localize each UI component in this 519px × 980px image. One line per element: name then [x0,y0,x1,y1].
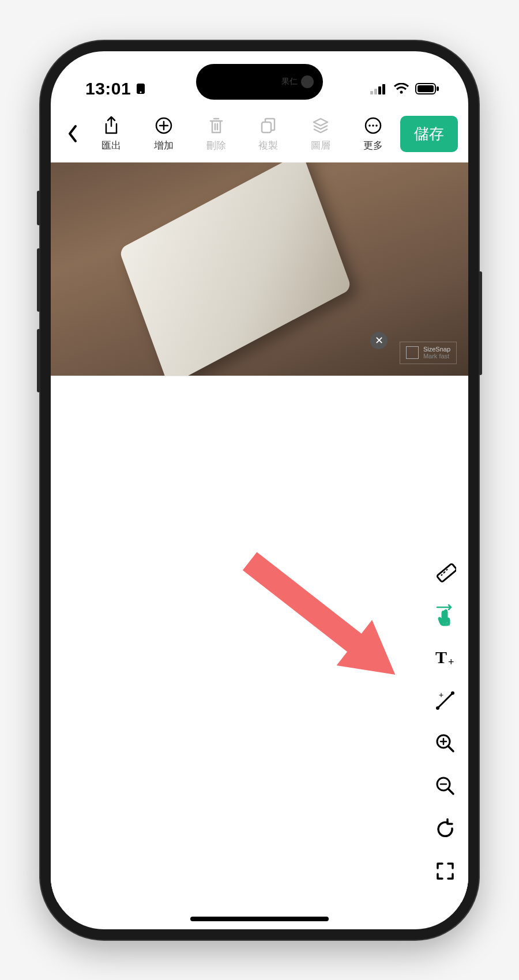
status-time: 13:01 [85,79,146,99]
line-tool[interactable]: + [432,688,458,713]
layers-button[interactable]: 圖層 [296,116,346,152]
side-toolbar: ON T+ + [432,560,458,884]
home-indicator[interactable] [190,917,329,921]
save-button[interactable]: 儲存 [400,116,458,152]
svg-point-15 [375,124,378,127]
photo-preview[interactable]: ✕ SizeSnap Mark fast [51,162,468,376]
zoom-in-icon [435,733,456,754]
svg-point-1 [140,91,142,93]
copy-icon [260,116,277,135]
portrait-lock-icon [136,82,146,95]
layers-label: 圖層 [311,139,330,152]
rotate-icon [435,818,456,839]
svg-text:+: + [448,656,454,668]
text-plus-icon: T+ [434,648,456,668]
back-button[interactable] [61,124,84,143]
fullscreen-tool[interactable] [432,858,458,884]
svg-rect-8 [418,85,434,92]
delete-button[interactable]: 刪除 [191,116,241,152]
expand-icon [435,861,455,881]
text-tool[interactable]: T+ [432,645,458,671]
more-label: 更多 [363,139,383,152]
svg-rect-16 [437,563,456,582]
battery-icon [415,83,439,94]
export-label: 匯出 [101,139,121,152]
add-button[interactable]: 增加 [139,116,189,152]
watermark-image-icon [406,346,419,359]
phone-volume-down [37,329,40,392]
screen: 果仁 13:01 匯出 [51,51,468,929]
canvas-area[interactable]: ✕ SizeSnap Mark fast ON T+ [51,162,468,902]
top-toolbar: 匯出 增加 刪除 複製 [51,109,468,162]
trash-icon [208,116,224,135]
export-button[interactable]: 匯出 [86,116,137,152]
watermark-badge[interactable]: SizeSnap Mark fast [400,342,457,364]
phone-frame: 果仁 13:01 匯出 [40,41,479,940]
svg-point-6 [400,90,403,93]
phone-volume-up [37,248,40,312]
svg-rect-5 [382,84,385,94]
svg-point-14 [372,124,374,127]
svg-rect-4 [378,86,381,94]
zoom-out-tool[interactable] [432,773,458,799]
island-avatar-icon [301,75,314,88]
copy-label: 複製 [258,139,278,152]
dynamic-island: 果仁 [196,64,323,100]
laptop-object [119,162,352,376]
svg-rect-2 [370,91,373,94]
status-icons [370,83,439,94]
share-icon [103,116,120,135]
cellular-icon [370,83,388,94]
watermark-title: SizeSnap [423,346,450,353]
copy-button[interactable]: 複製 [243,116,294,152]
line-plus-icon: + [434,690,456,712]
touch-tool[interactable]: ON [432,603,458,628]
phone-silent-switch [37,191,40,225]
svg-rect-3 [374,89,377,94]
layers-icon [311,116,330,135]
svg-text:T: T [435,648,447,667]
svg-point-21 [451,691,454,695]
wifi-icon [393,83,409,94]
svg-rect-9 [437,86,439,91]
rotate-tool[interactable] [432,816,458,841]
ruler-tool[interactable] [432,560,458,585]
svg-text:ON: ON [443,621,450,626]
chevron-left-icon [66,124,79,143]
canvas-whitespace[interactable] [51,376,468,902]
svg-text:+: + [439,690,443,699]
clock-text: 13:01 [85,79,131,99]
phone-power-button [479,271,482,375]
svg-point-13 [368,124,371,127]
zoom-out-icon [435,775,456,796]
hand-on-icon: ON [434,604,457,627]
more-button[interactable]: 更多 [348,116,398,152]
add-label: 增加 [154,139,174,152]
plus-circle-icon [155,116,173,135]
watermark-close-button[interactable]: ✕ [370,332,388,349]
island-app-name: 果仁 [281,77,298,87]
zoom-in-tool[interactable] [432,731,458,756]
watermark-subtitle: Mark fast [423,353,450,360]
more-circle-icon [364,116,382,135]
ruler-icon [434,562,456,584]
delete-label: 刪除 [206,139,226,152]
svg-point-20 [436,706,439,710]
svg-rect-11 [262,122,271,133]
